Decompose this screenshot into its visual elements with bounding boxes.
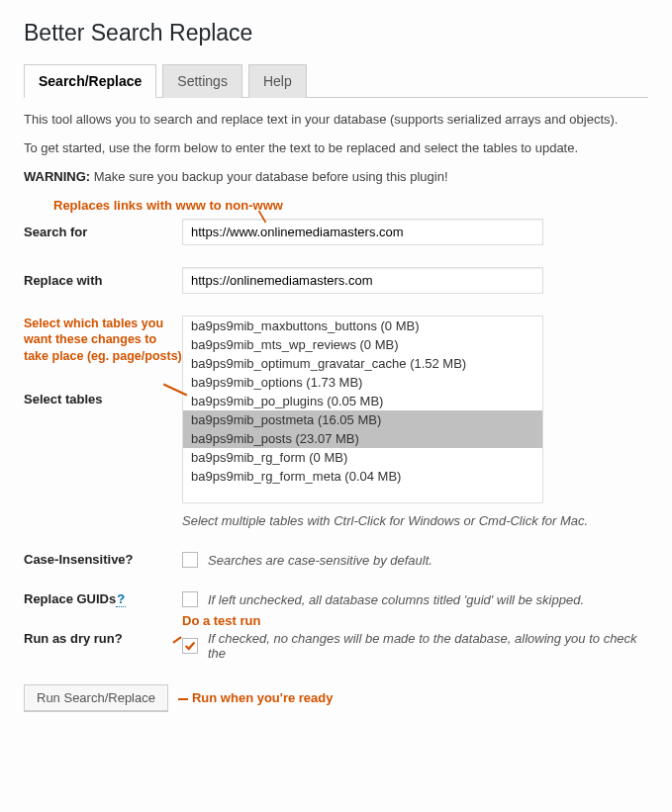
case-insensitive-checkbox[interactable] [182, 552, 198, 568]
case-insensitive-label: Case-Insensitive? [24, 552, 182, 567]
select-tables-label: Select tables [24, 392, 182, 406]
warning-text: Make sure you backup your database befor… [90, 169, 447, 184]
tab-settings[interactable]: Settings [162, 64, 242, 98]
replace-with-label: Replace with [24, 267, 182, 288]
tab-help[interactable]: Help [248, 64, 307, 98]
case-insensitive-desc: Searches are case-sensitive by default. [208, 553, 432, 568]
dry-run-checkbox[interactable] [182, 638, 198, 654]
search-for-label: Search for [24, 219, 182, 239]
table-option[interactable]: ba9ps9mib_optimum_gravatar_cache (1.52 M… [183, 354, 542, 373]
search-for-input[interactable] [182, 219, 543, 245]
tabs: Search/Replace Settings Help [24, 64, 648, 98]
table-option[interactable]: ba9ps9mib_rg_form (0 MB) [183, 448, 542, 467]
replace-guids-text: Replace GUIDs [24, 591, 116, 606]
table-option[interactable]: ba9ps9mib_rg_form_meta (0.04 MB) [183, 467, 542, 486]
annotation-dryrun: Do a test run [182, 613, 260, 628]
intro-text: This tool allows you to search and repla… [24, 112, 648, 184]
annotation-www: Replaces links with www to non-www [53, 198, 648, 213]
replace-guids-label: Replace GUIDs? [24, 591, 182, 606]
intro-line-2: To get started, use the form below to en… [24, 140, 648, 155]
tab-search-replace[interactable]: Search/Replace [24, 64, 156, 98]
table-option[interactable]: ba9ps9mib_options (1.73 MB) [183, 373, 542, 392]
warning-prefix: WARNING: [24, 169, 90, 184]
table-option[interactable]: ba9ps9mib_postmeta (16.05 MB) [183, 410, 542, 429]
table-option[interactable]: ba9ps9mib_po_plugins (0.05 MB) [183, 392, 542, 410]
dry-run-label: Run as dry run? [24, 631, 182, 646]
tables-listbox[interactable]: ba9ps9mib_maxbuttons_buttons (0 MB)ba9ps… [182, 316, 543, 503]
table-option[interactable]: ba9ps9mib_maxbuttons_buttons (0 MB) [183, 316, 542, 335]
annotation-tables: Select which tables you want these chang… [24, 316, 182, 364]
table-option[interactable]: ba9ps9mib_posts (23.07 MB) [183, 429, 542, 448]
intro-warning: WARNING: Make sure you backup your datab… [24, 169, 648, 184]
page-title: Better Search Replace [24, 20, 648, 46]
guids-help-link[interactable]: ? [116, 591, 126, 607]
table-option[interactable]: ba9ps9mib_mts_wp_reviews (0 MB) [183, 335, 542, 354]
dry-run-desc: If checked, no changes will be made to t… [208, 631, 648, 661]
replace-guids-checkbox[interactable] [182, 591, 198, 607]
run-search-replace-button[interactable]: Run Search/Replace [24, 684, 168, 711]
intro-line-1: This tool allows you to search and repla… [24, 112, 648, 127]
replace-with-input[interactable] [182, 267, 543, 294]
tables-hint: Select multiple tables with Ctrl-Click f… [182, 513, 648, 528]
replace-guids-desc: If left unchecked, all database columns … [208, 592, 584, 607]
annotation-submit: Run when you're ready [178, 690, 334, 705]
